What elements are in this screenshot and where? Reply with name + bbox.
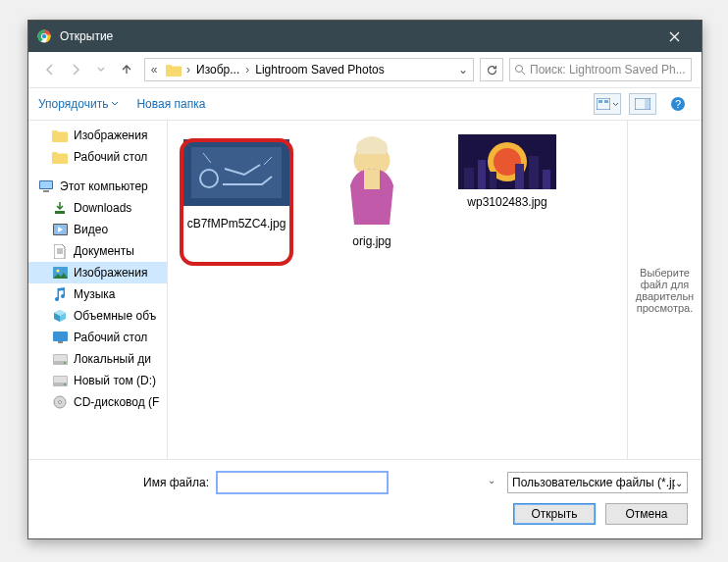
refresh-button[interactable] — [480, 58, 503, 81]
file-name: wp3102483.jpg — [467, 195, 546, 209]
file-thumbnail — [454, 134, 560, 189]
help-button[interactable]: ? — [664, 93, 692, 115]
breadcrumb-sep: › — [184, 63, 192, 77]
tree-3dobjects[interactable]: Объемные объ — [28, 305, 167, 327]
file-list[interactable]: cB7fMPm5ZC4.jpg orig.jpg wp3102483.jpg — [168, 121, 627, 459]
breadcrumb-dropdown[interactable]: ⌄ — [453, 63, 473, 77]
tree-images[interactable]: Изображения — [28, 125, 167, 146]
tree-downloads[interactable]: Downloads — [28, 197, 167, 219]
organize-button[interactable]: Упорядочить — [38, 97, 119, 111]
tree-music[interactable]: Музыка — [28, 283, 167, 305]
file-item[interactable]: orig.jpg — [313, 134, 431, 248]
breadcrumb-part2[interactable]: Lightroom Saved Photos — [251, 63, 388, 77]
close-icon — [669, 31, 680, 42]
tree-pictures[interactable]: Изображения — [28, 262, 167, 283]
titlebar: Открытие — [28, 21, 702, 52]
video-icon — [52, 222, 68, 237]
arrow-left-icon — [43, 63, 57, 77]
dialog-footer: Имя файла: ⌄ Пользовательские файлы (*.j… — [28, 459, 702, 538]
arrow-up-icon — [120, 63, 133, 77]
nav-back-button[interactable] — [38, 58, 62, 81]
filename-label: Имя файла: — [42, 476, 209, 489]
tree-thispc[interactable]: Этот компьютер — [28, 176, 167, 197]
svg-rect-8 — [645, 99, 650, 109]
filetype-filter[interactable]: Пользовательские файлы (*.jp ⌄ — [507, 472, 688, 493]
documents-icon — [52, 243, 68, 259]
file-area: cB7fMPm5ZC4.jpg orig.jpg wp3102483.jpg В… — [168, 121, 702, 459]
breadcrumb-prev[interactable]: « — [145, 63, 163, 77]
titlebar-title: Открытие — [60, 29, 113, 43]
downloads-icon — [52, 200, 68, 216]
chevron-down-icon — [97, 66, 105, 74]
svg-rect-12 — [40, 181, 52, 188]
svg-rect-6 — [604, 100, 608, 103]
folder-icon — [165, 61, 182, 78]
preview-pane: Выберите файл для дварительн просмотра. — [627, 121, 702, 459]
pictures-icon — [52, 265, 68, 281]
chevron-down-icon — [111, 100, 119, 108]
tree-localdisk[interactable]: Локальный ди — [28, 348, 167, 370]
nav-forward-button[interactable] — [64, 58, 87, 81]
file-name: cB7fMPm5ZC4.jpg — [187, 217, 286, 230]
breadcrumb[interactable]: « › Изобр... › Lightroom Saved Photos ⌄ — [144, 58, 474, 81]
close-button[interactable] — [654, 21, 694, 52]
tree-documents[interactable]: Документы — [28, 240, 167, 262]
filename-dropdown[interactable]: ⌄ — [488, 475, 495, 485]
svg-text:?: ? — [675, 98, 681, 110]
svg-rect-41 — [543, 170, 550, 189]
svg-rect-19 — [53, 332, 68, 341]
search-icon — [514, 64, 526, 76]
tree-newvolume[interactable]: Новый том (D:) — [28, 370, 167, 391]
tree-video[interactable]: Видео — [28, 219, 167, 240]
chevron-down-icon — [612, 101, 619, 108]
file-item[interactable]: wp3102483.jpg — [448, 134, 566, 209]
open-button[interactable]: Открыть — [513, 503, 596, 525]
tree-desktop[interactable]: Рабочий стол — [28, 146, 167, 168]
music-icon — [52, 286, 68, 302]
view-mode-button[interactable] — [594, 93, 621, 115]
filename-input[interactable] — [217, 472, 388, 493]
svg-rect-38 — [490, 172, 496, 189]
svg-point-2 — [42, 34, 47, 39]
search-placeholder: Поиск: Lightroom Saved Ph... — [530, 63, 686, 77]
drive-icon — [52, 351, 68, 367]
chevron-down-icon: ⌄ — [675, 478, 683, 488]
breadcrumb-sep: › — [243, 63, 251, 77]
cancel-button[interactable]: Отмена — [605, 503, 688, 525]
chrome-icon — [36, 28, 52, 44]
search-input[interactable]: Поиск: Lightroom Saved Ph... — [509, 58, 692, 81]
tree-cddrive[interactable]: CD-дисковод (F — [28, 391, 167, 413]
folder-icon — [52, 149, 68, 165]
folder-icon — [52, 128, 68, 143]
dialog-body: Изображения Рабочий стол Этот компьютер … — [28, 121, 702, 459]
svg-point-3 — [516, 66, 523, 73]
svg-rect-22 — [54, 355, 67, 361]
arrow-right-icon — [69, 63, 82, 77]
svg-point-23 — [64, 362, 66, 364]
desktop-icon — [52, 330, 68, 345]
nav-tree: Изображения Рабочий стол Этот компьютер … — [28, 121, 168, 459]
svg-point-28 — [59, 401, 62, 404]
svg-rect-40 — [529, 156, 539, 189]
svg-point-18 — [56, 270, 59, 273]
nav-buttons — [38, 58, 138, 81]
tree-desktop2[interactable]: Рабочий стол — [28, 327, 167, 348]
svg-point-26 — [64, 383, 66, 385]
svg-rect-20 — [58, 341, 63, 343]
file-item[interactable]: cB7fMPm5ZC4.jpg — [178, 134, 295, 230]
drive-icon — [52, 373, 68, 388]
svg-rect-39 — [515, 164, 524, 189]
newfolder-button[interactable]: Новая папка — [136, 97, 205, 111]
view-icon — [597, 98, 610, 110]
help-icon: ? — [670, 96, 686, 112]
disc-icon — [52, 394, 68, 410]
breadcrumb-part1[interactable]: Изобр... — [192, 63, 243, 77]
svg-rect-37 — [478, 160, 486, 189]
nav-recent-button[interactable] — [89, 58, 113, 81]
svg-rect-25 — [54, 377, 67, 383]
file-open-dialog: Открытие « › Изобр... — [27, 20, 702, 539]
preview-pane-button[interactable] — [629, 93, 656, 115]
cube-icon — [52, 308, 68, 324]
preview-pane-icon — [635, 98, 650, 110]
nav-up-button[interactable] — [115, 58, 138, 81]
